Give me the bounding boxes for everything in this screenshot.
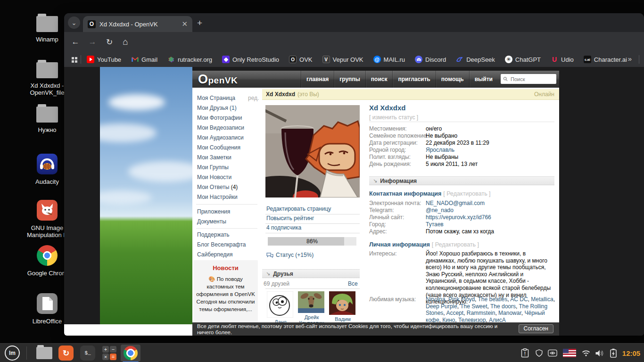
sidebar-item-0[interactable]: Моя Страницаред. [197,95,257,101]
change-status-link[interactable]: [ изменить статус ] [369,114,418,121]
tray-volume[interactable] [593,346,605,361]
tab-close-icon[interactable]: ✕ [182,20,188,28]
bookmark-characterai[interactable]: c.aiCharacter.ai [584,56,627,63]
bookmark-retrostudio[interactable]: Only RetroStudio [222,56,279,63]
friend-0[interactable]: Даня [267,291,294,325]
chrome-taskbar-button[interactable] [121,345,140,362]
cookie-accept-button[interactable]: Согласен [519,324,553,333]
friends-section-header[interactable]: ↘ Друзья [262,269,360,278]
sidebar-item-7[interactable]: Мои Группы [197,164,257,171]
edit-personal-link[interactable]: [ Редактировать ] [432,241,479,248]
friend-2[interactable]: Вадим [329,291,356,322]
reload-button[interactable]: ↻ [104,36,115,48]
sidebar-item-label[interactable]: Моя Страница [197,95,235,101]
sidebar-item-ter-1[interactable]: Блог Веселкрафта [197,241,257,248]
row-value[interactable]: NE_NADO@gmail.com [426,200,485,206]
sidebar-item-sec-0[interactable]: Приложения [197,208,257,215]
music-link[interactable]: AC DC [510,296,528,303]
music-link[interactable]: Deep Purple [426,303,457,310]
openvk-search[interactable] [501,74,556,84]
music-link[interactable]: Metallica [531,296,553,303]
row-value[interactable]: Тутаев [426,221,444,228]
bookmark-gmail[interactable]: Gmail [131,56,157,63]
friend-avatar[interactable] [298,291,325,313]
apps-grid-icon[interactable] [72,57,74,59]
friend-avatar[interactable] [329,291,356,315]
bookmark-discord[interactable]: Discord [415,56,446,63]
back-button[interactable]: ← [70,36,81,48]
sidebar-item-9[interactable]: Мои Ответы (4) [197,184,257,190]
friend-name[interactable]: Вадим [329,316,356,322]
bookmark-rutracker[interactable]: ✽rutracker.org [167,56,212,63]
sidebar-item-label[interactable]: Мои Аудиозаписи [197,134,244,141]
sidebar-item-label[interactable]: Мои Фотографии [197,115,242,121]
nav-item-0[interactable]: главная [301,71,334,88]
music-link[interactable]: The doors [490,303,516,310]
sidebar-item-label[interactable]: Мои Видеозаписи [197,124,244,131]
friends-all-link[interactable]: Все [348,280,358,287]
sidebar-item-1[interactable]: Мои Друзья (1) [197,105,257,111]
tray-nvidia[interactable] [546,346,559,361]
info-section-header[interactable]: ↘ Информация [369,176,554,185]
taskbar-clock[interactable]: 12:05 [620,346,642,361]
music-link[interactable]: Pink Floyd [448,296,475,303]
edit-contact-link[interactable]: [ Редактировать ] [443,190,490,197]
profile-link-2[interactable]: 4 подписчика [266,224,359,231]
music-link[interactable]: Accept [446,310,463,316]
tray-battery[interactable] [607,346,619,361]
openvk-logo[interactable]: OpenVK [198,72,238,87]
calculator-button[interactable]: + − × = [100,346,119,361]
profile-link-0[interactable]: Редактировать страницу [266,206,359,212]
sidebar-item-ter-2[interactable]: Сайберпедия [197,251,257,258]
tray-firewall[interactable] [533,346,545,361]
sidebar-item-label[interactable]: Мои Сообщения [197,144,240,151]
music-link[interactable]: Manowar [498,310,521,316]
music-link[interactable]: Rammstein [467,310,495,316]
home-button[interactable]: ⌂ [120,36,131,48]
sidebar-item-5[interactable]: Мои Сообщения [197,144,257,151]
sidebar-item-label[interactable]: Мои Ответы [197,184,229,190]
search-input[interactable] [510,76,554,82]
sidebar-item-label[interactable]: Мои Новости [197,174,231,181]
sidebar-item-2[interactable]: Мои Фотографии [197,115,257,121]
nav-item-2[interactable]: поиск [365,71,393,88]
sidebar-item-4[interactable]: Мои Аудиозаписи [197,134,257,141]
bookmark-youtube[interactable]: YouTube [87,56,121,63]
bookmark-udio[interactable]: UUdio [551,56,574,63]
forward-button[interactable]: → [87,36,98,48]
sidebar-item-label[interactable]: Мои Группы [197,164,229,171]
row-value[interactable]: @ne_nado [426,207,454,214]
terminal-button[interactable]: $_ [78,346,97,361]
bookmark-chatgpt[interactable]: ✳ChatGPT [505,56,541,63]
orange-app-button[interactable]: ↻ [57,346,75,361]
friend-avatar[interactable] [267,291,294,318]
row-value[interactable]: https://vepurovk.xyz/id766 [426,214,491,221]
bookmark-deepseek[interactable]: DeepSeek [456,56,495,63]
tray-keyboard-layout[interactable] [562,346,577,361]
row-value[interactable]: Ярославль [426,147,454,153]
sidebar-item-label[interactable]: Мои Настройки [197,194,238,200]
friend-1[interactable]: Дрейк Крутоевич [298,291,325,326]
nav-item-3[interactable]: пригласить [392,71,435,88]
nav-item-1[interactable]: группы [334,71,365,88]
mint-menu-button[interactable]: lm [5,346,20,361]
profile-link-1[interactable]: Повысить рейтинг [266,215,359,222]
file-manager-button[interactable] [35,346,54,361]
sidebar-item-10[interactable]: Мои Настройки [197,194,257,200]
new-tab-button[interactable]: + [197,18,202,28]
sidebar-item-ter-0[interactable]: Поддержать [197,231,257,238]
bookmark-ovk[interactable]: OOVK [289,56,312,63]
music-link[interactable]: Nirvana [426,296,445,303]
sidebar-item-label[interactable]: Мои Заметки [197,154,231,161]
music-link[interactable]: The beatles [478,296,508,303]
sidebar-item-8[interactable]: Мои Новости [197,174,257,181]
bookmarks-overflow-chevron[interactable]: » [628,55,632,63]
profile-avatar[interactable] [265,105,360,197]
music-link[interactable]: The Sweet [460,303,487,310]
sidebar-edit-link[interactable]: ред. [248,95,259,101]
sidebar-item-6[interactable]: Мои Заметки [197,154,257,161]
tray-clipboard[interactable]: ! [519,346,531,361]
sidebar-item-sec-1[interactable]: Документы [197,218,257,225]
nav-item-4[interactable]: помощь [436,71,469,88]
browser-tab[interactable]: O Xd Xdxdxd - OpenVK ✕ [83,16,192,32]
